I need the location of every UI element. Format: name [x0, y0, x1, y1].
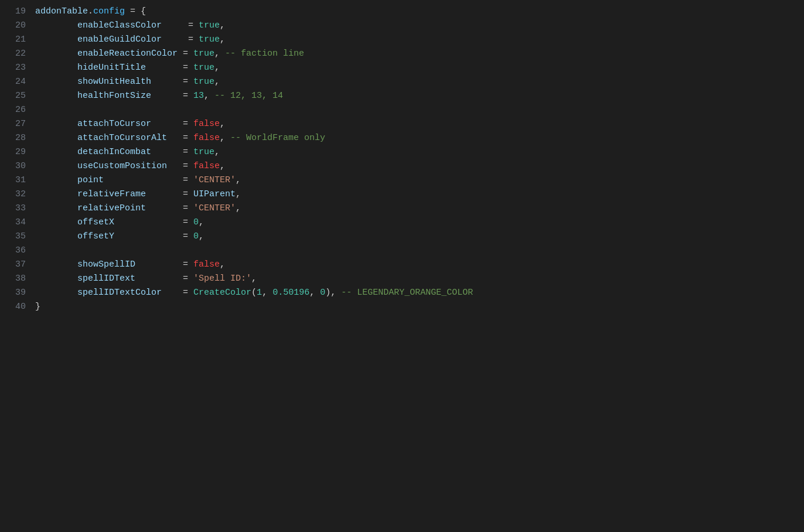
code-token: = [178, 147, 193, 157]
code-token: false [193, 161, 220, 171]
code-token: = [178, 119, 193, 129]
code-line: useCustomPosition = false, [35, 159, 790, 173]
code-token: -- WorldFrame only [230, 133, 325, 143]
code-token: = [183, 35, 199, 45]
code-token: true [193, 77, 214, 87]
code-line: attachToCursorAlt = false, -- WorldFrame… [35, 131, 790, 145]
code-line: hideUnitTitle = true, [35, 61, 790, 75]
code-line: offsetY = 0, [35, 230, 790, 244]
code-line: enableClassColor = true, [35, 19, 790, 33]
code-token: false [193, 260, 220, 270]
code-token: = [178, 274, 193, 284]
code-token: = [178, 133, 193, 143]
code-token: UIParent [193, 189, 236, 199]
line-numbers: 1920212223242526272829303132333435363738… [0, 5, 35, 527]
code-token: -- faction line [225, 49, 304, 59]
code-token: } [35, 302, 40, 312]
code-token: relativePoint [35, 203, 178, 213]
code-token: showSpellID [35, 260, 178, 270]
code-token: spellIDText [35, 274, 178, 284]
code-token: , [236, 175, 241, 185]
code-line: offsetX = 0, [35, 216, 790, 230]
code-token: enableGuildColor [35, 35, 183, 45]
code-line: showUnitHealth = true, [35, 75, 790, 89]
code-line: spellIDTextColor = CreateColor(1, 0.5019… [35, 286, 790, 300]
code-token: useCustomPosition [35, 161, 178, 171]
code-token: , [214, 147, 220, 157]
line-number: 36 [14, 244, 26, 258]
code-token: , [214, 77, 220, 87]
line-number: 38 [14, 272, 26, 286]
code-token: = [178, 63, 193, 73]
line-number: 37 [14, 258, 26, 272]
code-token: , [199, 217, 204, 227]
code-token: offsetX [35, 217, 178, 227]
code-token: . [88, 6, 93, 16]
code-token: offsetY [35, 231, 178, 241]
code-token: 'CENTER' [193, 175, 236, 185]
code-editor: 1920212223242526272829303132333435363738… [0, 0, 804, 532]
code-token: , [309, 288, 320, 298]
code-token: -- 12, 13, 14 [214, 91, 283, 101]
line-number: 31 [14, 173, 26, 187]
code-token: true [193, 49, 214, 59]
code-token: 0 [320, 288, 325, 298]
code-token: CreateColor [193, 288, 251, 298]
code-token: = [178, 260, 193, 270]
line-number: 34 [14, 216, 26, 230]
line-number: 21 [14, 33, 26, 47]
code-line [35, 244, 790, 258]
code-line: point = 'CENTER', [35, 173, 790, 187]
code-token: enableReactionColor [35, 49, 178, 59]
code-token: , [251, 274, 257, 284]
code-token: attachToCursorAlt [35, 133, 178, 143]
code-token: healthFontSize [35, 91, 178, 101]
code-content: addonTable.config = { enableClassColor =… [35, 5, 804, 527]
code-token: spellIDTextColor [35, 288, 178, 298]
code-token: false [193, 119, 220, 129]
code-token: detachInCombat [35, 147, 178, 157]
code-line [35, 103, 790, 117]
code-line: attachToCursor = false, [35, 117, 790, 131]
line-number: 39 [14, 286, 26, 300]
code-token: hideUnitTitle [35, 63, 178, 73]
code-token: addonTable [35, 6, 88, 16]
line-number: 26 [14, 103, 26, 117]
line-number: 20 [14, 19, 26, 33]
line-number: 40 [14, 300, 26, 314]
line-number: 22 [14, 47, 26, 61]
code-token: point [35, 175, 178, 185]
line-number: 33 [14, 202, 26, 216]
line-number: 28 [14, 131, 26, 145]
code-token: , [236, 203, 241, 213]
code-token: true [199, 35, 220, 45]
code-token: true [199, 21, 220, 30]
code-token: true [193, 63, 214, 73]
line-number: 32 [14, 187, 26, 202]
code-token: 13 [193, 91, 204, 101]
code-token: ( [251, 288, 257, 298]
code-token: showUnitHealth [35, 77, 178, 87]
line-number: 25 [14, 89, 26, 103]
code-line: showSpellID = false, [35, 258, 790, 272]
code-line: detachInCombat = true, [35, 145, 790, 159]
code-line: healthFontSize = 13, -- 12, 13, 14 [35, 89, 790, 103]
code-token: , [220, 35, 225, 45]
code-token: 0.50196 [272, 288, 309, 298]
code-token: , [214, 49, 225, 59]
code-token: , [220, 119, 225, 129]
code-token: false [193, 133, 220, 143]
code-line: relativePoint = 'CENTER', [35, 202, 790, 216]
line-number: 30 [14, 159, 26, 173]
code-token: , [262, 288, 272, 298]
line-number: 27 [14, 117, 26, 131]
code-line: enableGuildColor = true, [35, 33, 790, 47]
code-token: ), [325, 288, 341, 298]
code-token: = [178, 175, 193, 185]
code-token: -- LEGENDARY_ORANGE_COLOR [341, 288, 473, 298]
code-token: , [220, 161, 225, 171]
code-token: 'Spell ID:' [193, 274, 251, 284]
code-token: 0 [193, 217, 199, 227]
code-token: = [178, 217, 193, 227]
code-token: , [199, 231, 204, 241]
